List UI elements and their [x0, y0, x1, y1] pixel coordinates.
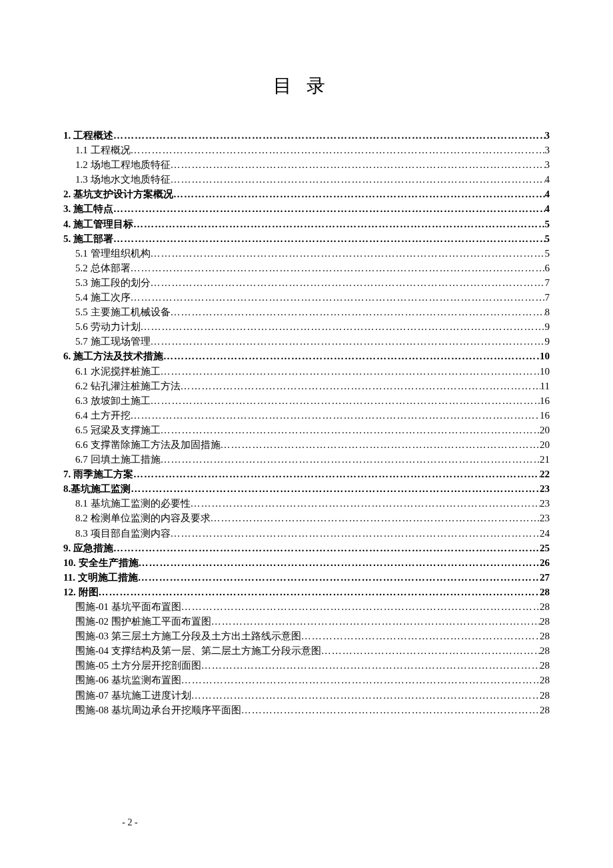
toc-entry-label: 5.2 总体部署 [75, 263, 131, 273]
toc-entry: 3. 施工特点4 [63, 204, 550, 214]
toc-entry: 5.1 管理组织机构5 [63, 249, 550, 259]
toc-entry-label: 4. 施工管理目标 [63, 219, 133, 229]
toc-entry: 围施-05 土方分层开挖剖面图28 [63, 661, 550, 671]
toc-leader [161, 455, 540, 465]
toc-entry: 围施-04 支撑结构及第一层、第二层土方施工分段示意图28 [63, 646, 550, 656]
toc-entry: 6.4 土方开挖16 [63, 411, 550, 421]
toc-entry: 8.2 检测单位监测的内容及要求23 [63, 513, 550, 523]
toc-leader [163, 351, 540, 361]
toc-leader [181, 602, 540, 612]
toc-entry-page: 7 [545, 293, 550, 303]
toc-entry-page: 9 [545, 322, 550, 332]
toc-entry: 4. 施工管理目标5 [63, 219, 550, 229]
toc-entry-page: 28 [540, 691, 550, 701]
toc-entry-label: 5.6 劳动力计划 [75, 322, 141, 332]
toc-entry-page: 9 [545, 337, 550, 347]
toc-leader [133, 219, 545, 229]
toc-entry-page: 20 [540, 440, 550, 450]
toc-entry-label: 5.1 管理组织机构 [75, 249, 151, 259]
toc-entry-page: 23 [540, 499, 550, 509]
toc-entry-label: 围施-07 基坑施工进度计划 [75, 691, 191, 701]
toc-leader [171, 529, 540, 539]
toc-entry-label: 围施-03 第三层土方施工分段及土方出土路线示意图 [75, 631, 301, 641]
toc-entry-page: 10 [540, 367, 550, 377]
toc-entry-page: 7 [545, 278, 550, 288]
toc-leader [181, 381, 540, 391]
toc-entry-page: 10 [540, 351, 550, 361]
toc-entry-page: 28 [540, 587, 550, 597]
toc-entry: 围施-07 基坑施工进度计划28 [63, 691, 550, 701]
toc-entry: 围施-08 基坑周边承台开挖顺序平面图28 [63, 705, 550, 715]
toc-leader [191, 691, 540, 701]
toc-entry-label: 围施-05 土方分层开挖剖面图 [75, 661, 201, 671]
toc-leader [161, 367, 540, 377]
toc-leader [139, 558, 540, 568]
toc-entry: 围施-06 基坑监测布置图28 [63, 675, 550, 685]
toc-entry-label: 8.3 项目部自监测内容 [75, 529, 171, 539]
toc-leader [151, 249, 545, 259]
toc-entry-page: 4 [545, 175, 550, 185]
toc-entry-label: 6.2 钻孔灌注桩施工方法 [75, 381, 181, 391]
toc-entry-page: 6 [545, 263, 550, 273]
toc-leader [173, 189, 545, 199]
toc-entry-page: 28 [540, 661, 550, 671]
toc-entry-page: 3 [545, 145, 550, 155]
toc-entry-page: 21 [540, 455, 550, 465]
toc-entry: 8.基坑施工监测23 [63, 484, 550, 494]
toc-leader [133, 469, 540, 479]
toc-entry-label: 12. 附图 [63, 587, 99, 597]
toc-entry: 11. 文明施工措施27 [63, 573, 550, 583]
toc-leader [151, 337, 545, 347]
toc-entry: 8.3 项目部自监测内容24 [63, 529, 550, 539]
toc-entry-page: 28 [540, 705, 550, 715]
toc-entry-page: 27 [540, 573, 550, 583]
toc-entry: 6. 施工方法及技术措施10 [63, 351, 550, 361]
toc-entry-page: 28 [540, 675, 550, 685]
toc-entry-page: 25 [540, 543, 550, 553]
toc-entry-page: 28 [540, 602, 550, 612]
toc-entry-label: 6.6 支撑凿除施工方法及加固措施 [75, 440, 221, 450]
toc-entry: 6.2 钻孔灌注桩施工方法11 [63, 381, 550, 391]
toc-entry: 围施-02 围护桩施工平面布置图28 [63, 617, 550, 627]
toc-entry-label: 5. 施工部署 [63, 234, 113, 244]
toc-entry-label: 8.2 检测单位监测的内容及要求 [75, 513, 211, 523]
toc-entry-label: 1.2 场地工程地质特征 [75, 160, 171, 170]
toc-entry-label: 8.1 基坑施工监测的必要性 [75, 499, 191, 509]
toc-entry: 5.4 施工次序7 [63, 293, 550, 303]
toc-entry-label: 6.5 冠梁及支撑施工 [75, 425, 161, 435]
page-title: 目录 [63, 73, 550, 99]
toc-leader [131, 484, 540, 494]
toc-leader [113, 543, 540, 553]
toc-entry: 6.3 放坡卸土施工16 [63, 396, 550, 406]
toc-leader [171, 175, 545, 185]
toc-entry-page: 23 [540, 513, 550, 523]
toc-leader [113, 234, 545, 244]
toc-entry-label: 围施-04 支撑结构及第一层、第二层土方施工分段示意图 [75, 646, 321, 656]
toc-entry-label: 6.4 土方开挖 [75, 411, 131, 421]
toc-leader [181, 675, 540, 685]
toc-leader [131, 411, 540, 421]
toc-leader [161, 425, 540, 435]
toc-entry-page: 28 [540, 617, 550, 627]
toc-entry-page: 5 [545, 249, 550, 259]
toc-entry: 围施-01 基坑平面布置图28 [63, 602, 550, 612]
toc-leader [131, 293, 545, 303]
toc-entry: 1. 工程概述3 [63, 131, 550, 141]
toc-entry-page: 26 [540, 558, 550, 568]
toc-entry: 围施-03 第三层土方施工分段及土方出土路线示意图28 [63, 631, 550, 641]
toc-entry-page: 28 [540, 631, 550, 641]
toc-entry: 6.1 水泥搅拌桩施工10 [63, 367, 550, 377]
toc-leader [99, 587, 540, 597]
toc-leader [201, 661, 540, 671]
toc-entry: 9. 应急措施25 [63, 543, 550, 553]
toc-entry-label: 11. 文明施工措施 [63, 573, 138, 583]
toc-entry-label: 6.3 放坡卸土施工 [75, 396, 151, 406]
toc-entry-label: 5.4 施工次序 [75, 293, 131, 303]
toc-leader [191, 499, 540, 509]
toc-entry: 6.5 冠梁及支撑施工20 [63, 425, 550, 435]
toc-entry-label: 6. 施工方法及技术措施 [63, 351, 163, 361]
toc-entry-label: 围施-06 基坑监测布置图 [75, 675, 181, 685]
toc-entry-label: 1.1 工程概况 [75, 145, 131, 155]
toc-leader [138, 573, 540, 583]
toc-leader [221, 440, 540, 450]
